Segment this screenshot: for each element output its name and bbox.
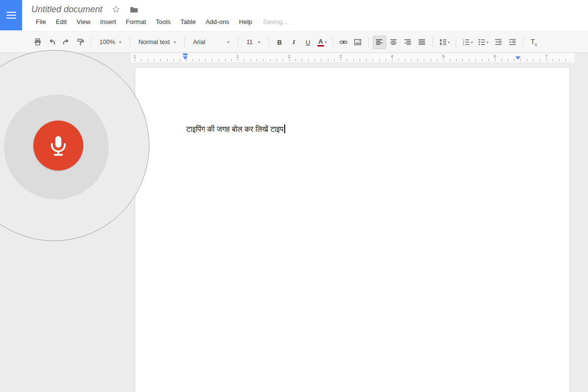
header: Untitled document File Edit View Insert … bbox=[0, 0, 588, 31]
chevron-down-icon: ▾ bbox=[119, 40, 122, 45]
numbered-list-button[interactable]: 1.2.3. ▾ bbox=[460, 36, 475, 49]
ruler-number: 1 bbox=[133, 54, 136, 59]
align-left-icon bbox=[375, 38, 383, 46]
clear-formatting-button[interactable]: Tx bbox=[527, 36, 540, 49]
toolbar-separator bbox=[523, 37, 523, 48]
document-canvas: टाइपिंग की जगह बोल कर लिखें टाइप bbox=[0, 62, 588, 392]
undo-button[interactable] bbox=[45, 36, 58, 49]
header-main: Untitled document File Edit View Insert … bbox=[0, 0, 588, 26]
font-family-select[interactable]: Arial ▾ bbox=[189, 36, 234, 49]
align-left-button[interactable] bbox=[373, 36, 386, 49]
increase-indent-icon bbox=[509, 38, 516, 46]
print-button[interactable] bbox=[31, 36, 44, 49]
menu-format[interactable]: Format bbox=[121, 17, 151, 26]
zoom-value: 100% bbox=[99, 39, 115, 46]
star-icon[interactable] bbox=[112, 5, 120, 13]
menu-view[interactable]: View bbox=[72, 17, 95, 26]
bold-button[interactable]: B bbox=[273, 36, 286, 49]
text-cursor bbox=[284, 124, 285, 133]
ruler-number: 3 bbox=[339, 54, 342, 59]
ruler-number: 7 bbox=[545, 54, 547, 59]
increase-indent-button[interactable] bbox=[506, 36, 519, 49]
ruler-number: 1 bbox=[236, 54, 239, 59]
typed-text: टाइपिंग की जगह बोल कर लिखें टाइप bbox=[186, 125, 283, 133]
font-size-value: 11 bbox=[246, 39, 253, 46]
google-docs-app: Untitled document File Edit View Insert … bbox=[0, 0, 588, 392]
document-title[interactable]: Untitled document bbox=[31, 4, 102, 15]
align-right-icon bbox=[404, 38, 412, 46]
text-color-button[interactable]: A ▾ bbox=[316, 36, 329, 49]
insert-image-button[interactable] bbox=[351, 36, 365, 49]
document-text[interactable]: टाइपिंग की जगह बोल कर लिखें टाइप bbox=[186, 124, 285, 134]
link-icon bbox=[340, 38, 347, 46]
document-page[interactable]: टाइपिंग की जगह बोल कर लिखें टाइप bbox=[135, 67, 570, 392]
numbered-list-icon: 1.2.3. bbox=[462, 38, 470, 46]
toolbar-separator bbox=[456, 37, 456, 48]
line-spacing-icon bbox=[439, 38, 447, 46]
underline-button[interactable]: U bbox=[301, 36, 315, 49]
font-size-select[interactable]: 11 ▾ bbox=[242, 36, 265, 49]
redo-icon bbox=[62, 38, 70, 46]
voice-typing-mic-button[interactable] bbox=[33, 121, 83, 171]
chevron-down-icon: ▾ bbox=[325, 40, 327, 45]
undo-icon bbox=[48, 38, 56, 46]
toolbar-separator bbox=[368, 37, 369, 48]
align-center-icon bbox=[390, 38, 397, 46]
hamburger-icon bbox=[6, 10, 16, 21]
chevron-down-icon: ▾ bbox=[173, 40, 176, 45]
menu-edit[interactable]: Edit bbox=[51, 17, 72, 26]
toolbar-separator bbox=[130, 37, 130, 48]
paint-format-button[interactable] bbox=[74, 36, 87, 49]
menu-help[interactable]: Help bbox=[234, 17, 257, 26]
menu-tools[interactable]: Tools bbox=[151, 17, 175, 26]
folder-icon[interactable] bbox=[130, 6, 138, 13]
menu-table[interactable]: Table bbox=[175, 17, 200, 26]
paragraph-style-select[interactable]: Normal text ▾ bbox=[134, 36, 180, 49]
saving-status: Saving... bbox=[263, 18, 288, 25]
first-line-indent-marker[interactable] bbox=[183, 53, 188, 55]
image-icon bbox=[354, 38, 362, 46]
ruler-number: 5 bbox=[442, 54, 444, 59]
zoom-select[interactable]: 100% ▾ bbox=[95, 36, 126, 49]
microphone-icon bbox=[45, 132, 72, 159]
bulleted-list-icon bbox=[478, 38, 486, 46]
left-indent-marker[interactable] bbox=[183, 56, 188, 60]
printer-icon bbox=[34, 38, 42, 46]
ruler-number: 6 bbox=[493, 54, 496, 59]
redo-button[interactable] bbox=[59, 36, 73, 49]
chevron-down-icon: ▾ bbox=[227, 40, 229, 45]
toolbar-separator bbox=[184, 37, 185, 48]
align-justify-icon bbox=[418, 38, 426, 46]
align-right-button[interactable] bbox=[401, 36, 415, 49]
toolbar: 100% ▾ Normal text ▾ Arial ▾ 11 ▾ B I U … bbox=[0, 31, 588, 53]
toolbar-separator bbox=[269, 37, 269, 48]
ruler-number: 2 bbox=[288, 54, 290, 59]
line-spacing-button[interactable]: ▾ bbox=[437, 36, 452, 49]
menu-file[interactable]: File bbox=[31, 17, 51, 26]
toolbar-separator bbox=[238, 37, 238, 48]
ruler-strip[interactable]: 1 1 2 3 4 5 6 7 bbox=[131, 53, 575, 62]
docs-menu-logo[interactable] bbox=[0, 0, 22, 30]
decrease-indent-icon bbox=[494, 38, 502, 46]
align-center-button[interactable] bbox=[387, 36, 400, 49]
decrease-indent-button[interactable] bbox=[491, 36, 505, 49]
toolbar-separator bbox=[91, 37, 91, 48]
toolbar-separator bbox=[333, 37, 333, 48]
svg-text:3.: 3. bbox=[463, 44, 465, 46]
align-justify-button[interactable] bbox=[416, 36, 429, 49]
menu-addons[interactable]: Add-ons bbox=[200, 17, 234, 26]
chevron-down-icon: ▾ bbox=[258, 40, 260, 45]
italic-button[interactable]: I bbox=[287, 36, 300, 49]
bulleted-list-button[interactable]: ▾ bbox=[476, 36, 490, 49]
ruler: 1 1 2 3 4 5 6 7 bbox=[0, 53, 588, 62]
insert-link-button[interactable] bbox=[337, 36, 350, 49]
clear-formatting-icon: Tx bbox=[531, 38, 537, 47]
chevron-down-icon: ▾ bbox=[487, 40, 489, 45]
right-indent-marker[interactable] bbox=[515, 56, 520, 60]
font-family-value: Arial bbox=[193, 39, 205, 46]
menu-bar: File Edit View Insert Format Tools Table… bbox=[31, 17, 588, 26]
ruler-ticks bbox=[135, 59, 571, 61]
menu-insert[interactable]: Insert bbox=[95, 17, 121, 26]
paint-roller-icon bbox=[76, 38, 84, 46]
paragraph-style-value: Normal text bbox=[139, 39, 170, 46]
